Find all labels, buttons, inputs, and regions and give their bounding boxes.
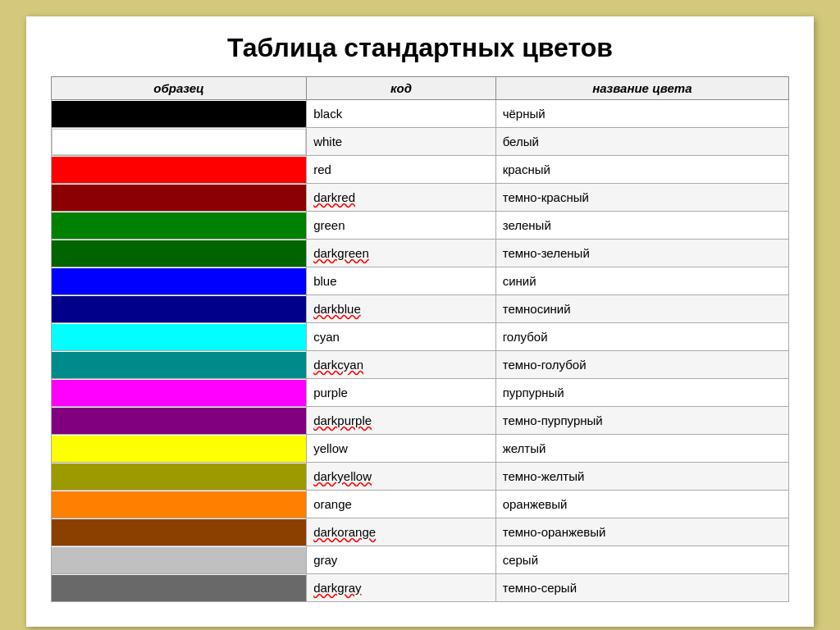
color-name-cell: темно-зеленый [495, 240, 788, 267]
table-row: darkcyanтемно-голубой [52, 351, 789, 379]
color-code-cell: darkblue [307, 295, 496, 323]
color-name-cell: красный [495, 156, 788, 184]
color-swatch-cell [52, 518, 307, 546]
color-swatch-block [52, 380, 306, 406]
color-swatch-block [52, 408, 306, 434]
color-name-cell: темно-голубой [495, 351, 788, 379]
color-swatch-block [52, 268, 306, 294]
table-row: blackчёрный [52, 100, 789, 128]
color-swatch-cell [52, 240, 307, 267]
table-row: darkblueтемносиний [52, 295, 789, 323]
page-title: Таблица стандартных цветов [51, 33, 789, 63]
color-table: образец код название цвета blackчёрныйwh… [51, 76, 789, 602]
color-code-cell: gray [307, 546, 496, 574]
table-row: purpleпурпурный [52, 379, 789, 407]
slide-container: Таблица стандартных цветов образец код н… [26, 16, 814, 627]
color-code-cell: black [307, 100, 496, 128]
color-code-cell: darkcyan [307, 351, 496, 379]
header-name: название цвета [495, 77, 788, 100]
table-row: whiteбелый [52, 128, 789, 156]
table-row: redкрасный [52, 156, 789, 184]
color-name-cell: темно-красный [495, 184, 788, 212]
color-name-cell: пурпурный [495, 379, 788, 407]
color-code-cell: darkpurple [307, 407, 496, 435]
color-code-cell: darkyellow [307, 463, 496, 491]
color-swatch-cell [52, 100, 307, 128]
color-name-cell: желтый [495, 435, 788, 463]
color-swatch-block [52, 519, 306, 546]
color-name-cell: оранжевый [495, 491, 788, 518]
color-swatch-cell [52, 128, 307, 156]
color-code-cell: white [307, 128, 496, 156]
color-code-cell: green [307, 212, 496, 240]
color-swatch-block [52, 240, 306, 267]
color-name-cell: чёрный [495, 100, 788, 128]
table-row: darkyellowтемно-желтый [52, 463, 789, 491]
color-swatch-block [52, 352, 306, 378]
color-code-cell: cyan [307, 323, 496, 351]
color-swatch-block [52, 212, 306, 239]
color-swatch-cell [52, 463, 307, 491]
color-swatch-cell [52, 491, 307, 518]
color-name-cell: белый [495, 128, 788, 156]
color-name-cell: зеленый [495, 212, 788, 240]
color-code-cell: red [307, 156, 496, 184]
color-code-cell: darkgray [307, 574, 496, 602]
color-swatch-block [52, 463, 306, 490]
header-code: код [307, 77, 496, 100]
color-swatch-cell [52, 546, 307, 574]
table-row: darkredтемно-красный [52, 184, 789, 212]
color-code-cell: yellow [307, 435, 496, 463]
color-name-cell: темно-оранжевый [495, 518, 788, 546]
color-swatch-cell [52, 407, 307, 435]
color-code-cell: blue [307, 267, 496, 295]
color-name-cell: серый [495, 546, 788, 574]
table-row: greenзеленый [52, 212, 789, 240]
color-swatch-block [52, 436, 306, 462]
table-row: darkorangeтемно-оранжевый [52, 518, 789, 546]
color-swatch-block [52, 491, 306, 518]
table-row: yellowжелтый [52, 435, 789, 463]
color-name-cell: синий [495, 267, 788, 295]
table-row: blueсиний [52, 267, 789, 295]
color-swatch-cell [52, 323, 307, 351]
color-swatch-block [52, 575, 306, 601]
color-swatch-cell [52, 267, 307, 295]
color-swatch-cell [52, 574, 307, 602]
color-name-cell: темно-пурпурный [495, 407, 788, 435]
color-swatch-cell [52, 184, 307, 212]
color-swatch-cell [52, 435, 307, 463]
color-swatch-cell [52, 212, 307, 240]
color-name-cell: голубой [495, 323, 788, 351]
color-name-cell: темно-желтый [495, 463, 788, 491]
color-code-cell: purple [307, 379, 496, 407]
header-swatch: образец [52, 77, 307, 100]
color-code-cell: orange [307, 491, 496, 518]
color-swatch-cell [52, 156, 307, 184]
color-code-cell: darkorange [307, 518, 496, 546]
color-swatch-block [52, 157, 306, 183]
table-row: darkgreenтемно-зеленый [52, 240, 789, 267]
color-swatch-block [52, 296, 306, 322]
color-name-cell: темно-серый [495, 574, 788, 602]
color-swatch-cell [52, 295, 307, 323]
table-row: darkgrayтемно-серый [52, 574, 789, 602]
color-swatch-block [52, 129, 306, 155]
table-row: cyanголубой [52, 323, 789, 351]
color-swatch-block [52, 185, 306, 211]
table-row: grayсерый [52, 546, 789, 574]
color-code-cell: darkgreen [307, 240, 496, 267]
color-swatch-cell [52, 379, 307, 407]
color-name-cell: темносиний [495, 295, 788, 323]
table-row: orangeоранжевый [52, 491, 789, 518]
color-code-cell: darkred [307, 184, 496, 212]
color-swatch-block [52, 324, 306, 350]
color-swatch-block [52, 547, 306, 573]
color-swatch-cell [52, 351, 307, 379]
table-row: darkpurpleтемно-пурпурный [52, 407, 789, 435]
color-swatch-block [52, 101, 306, 127]
